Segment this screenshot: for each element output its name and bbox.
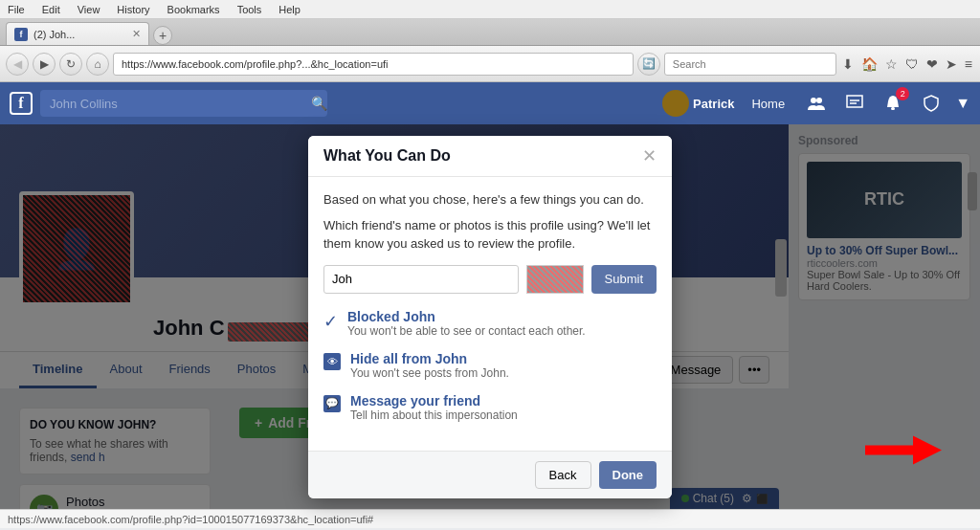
- svg-marker-3: [865, 436, 942, 465]
- tab-title: (2) Joh...: [33, 29, 75, 40]
- menu-view[interactable]: View: [74, 2, 104, 17]
- hide-info: Hide all from John You won't see posts f…: [350, 351, 509, 380]
- star-icon[interactable]: ☆: [883, 55, 900, 74]
- browser-toolbar: ◀ ▶ ↻ ⌂ 🔄 ⬇ 🏠 ☆ 🛡 ❤ ➤ ≡: [0, 46, 980, 82]
- status-url: https://www.facebook.com/profile.php?id=…: [8, 514, 373, 525]
- new-tab-button[interactable]: +: [153, 26, 172, 45]
- facebook-nav: Patrick Home 2 ▼: [662, 89, 970, 118]
- facebook-logo: f: [10, 92, 33, 115]
- fb-messages-icon[interactable]: [840, 89, 869, 118]
- fb-home-link[interactable]: Home: [744, 93, 792, 115]
- facebook-header: f 🔍 Patrick Home 2 ▼: [0, 82, 980, 124]
- fb-notifications-icon[interactable]: 2: [879, 89, 907, 118]
- fb-username[interactable]: Patrick: [693, 97, 734, 111]
- hide-icon: 👁: [323, 353, 341, 370]
- reload-button[interactable]: ↻: [59, 53, 82, 76]
- blocked-item: ✓ Blocked John You won't be able to see …: [323, 309, 657, 338]
- redacted-block: [527, 266, 583, 293]
- facebook-search-input[interactable]: [40, 90, 327, 117]
- menu-file[interactable]: File: [4, 2, 29, 17]
- modal-body: Based on what you chose, here's a few th…: [308, 177, 672, 451]
- blocked-desc: You won't be able to see or contact each…: [347, 324, 586, 338]
- message-friend-desc: Tell him about this impersonation: [350, 409, 518, 422]
- modal-input-row: Submit: [323, 265, 657, 294]
- fb-search-icon[interactable]: 🔍: [311, 96, 327, 111]
- message-item: 💬 Message your friend Tell him about thi…: [323, 393, 657, 422]
- fb-user-avatar-area[interactable]: Patrick: [662, 90, 734, 117]
- hide-desc: You won't see posts from John.: [350, 366, 509, 380]
- pocket-icon[interactable]: ❤: [924, 55, 940, 74]
- home-icon[interactable]: 🏠: [859, 55, 880, 74]
- red-arrow-indicator: [865, 433, 942, 467]
- submit-button[interactable]: Submit: [591, 265, 657, 294]
- svg-rect-2: [891, 107, 895, 110]
- modal-title: What You Can Do: [323, 147, 451, 165]
- friend-name-input[interactable]: [323, 265, 519, 294]
- fb-friends-icon[interactable]: [802, 89, 831, 118]
- active-tab[interactable]: f (2) Joh... ✕: [6, 22, 149, 45]
- message-friend-label: Message your friend: [350, 393, 518, 409]
- address-bar[interactable]: [113, 53, 634, 76]
- hide-label: Hide all from John: [350, 351, 509, 366]
- svg-point-0: [811, 98, 816, 103]
- forward-button[interactable]: ▶: [33, 53, 56, 76]
- back-button[interactable]: Back: [535, 461, 591, 489]
- send-icon[interactable]: ➤: [944, 55, 959, 74]
- menu-bookmarks[interactable]: Bookmarks: [164, 2, 224, 17]
- back-button[interactable]: ◀: [6, 53, 29, 76]
- home-button[interactable]: ⌂: [86, 53, 109, 76]
- modal-close-button[interactable]: ✕: [642, 147, 657, 165]
- menu-history[interactable]: History: [113, 2, 153, 17]
- download-icon[interactable]: ⬇: [840, 55, 856, 74]
- modal-question: Which friend's name or photos is this pr…: [323, 216, 657, 254]
- menu-edit[interactable]: Edit: [38, 2, 64, 17]
- main-content: 👤 John C Timeline About Friends Photos M…: [0, 124, 980, 509]
- notifications-badge: 2: [896, 87, 909, 100]
- blocked-label: Blocked John: [347, 309, 586, 324]
- modal-header: What You Can Do ✕: [308, 136, 672, 177]
- menu-tools[interactable]: Tools: [234, 2, 266, 17]
- hide-item: 👁 Hide all from John You won't see posts…: [323, 351, 657, 380]
- tab-close-button[interactable]: ✕: [132, 28, 141, 40]
- checkmark-icon: ✓: [323, 311, 338, 332]
- modal-footer: Back Done: [308, 451, 672, 498]
- modal-overlay: What You Can Do ✕ Based on what you chos…: [0, 124, 980, 509]
- browser-search-input[interactable]: [664, 53, 836, 76]
- modal-description: Based on what you chose, here's a few th…: [323, 192, 657, 207]
- toolbar-icons: ⬇ 🏠 ☆ 🛡 ❤ ➤ ≡: [840, 55, 974, 74]
- input-redacted-overlay: [526, 265, 584, 294]
- fb-settings-icon[interactable]: ▼: [955, 95, 970, 112]
- done-button[interactable]: Done: [599, 461, 657, 489]
- message-info: Message your friend Tell him about this …: [350, 393, 518, 422]
- status-bar: https://www.facebook.com/profile.php?id=…: [0, 509, 980, 528]
- blocked-info: Blocked John You won't be able to see or…: [347, 309, 586, 338]
- shield-icon[interactable]: 🛡: [903, 55, 921, 74]
- fb-privacy-icon[interactable]: [917, 89, 946, 118]
- tab-bar: f (2) Joh... ✕ +: [0, 19, 980, 46]
- menu-icon[interactable]: ≡: [963, 55, 974, 74]
- modal-dialog: What You Can Do ✕ Based on what you chos…: [308, 136, 672, 498]
- fb-user-avatar: [662, 90, 689, 117]
- menu-bar: File Edit View History Bookmarks Tools H…: [0, 0, 980, 19]
- message-friend-icon: 💬: [323, 395, 341, 412]
- refresh-icon[interactable]: 🔄: [637, 53, 660, 76]
- tab-favicon: f: [14, 28, 28, 41]
- svg-point-1: [816, 98, 822, 103]
- menu-help[interactable]: Help: [275, 2, 304, 17]
